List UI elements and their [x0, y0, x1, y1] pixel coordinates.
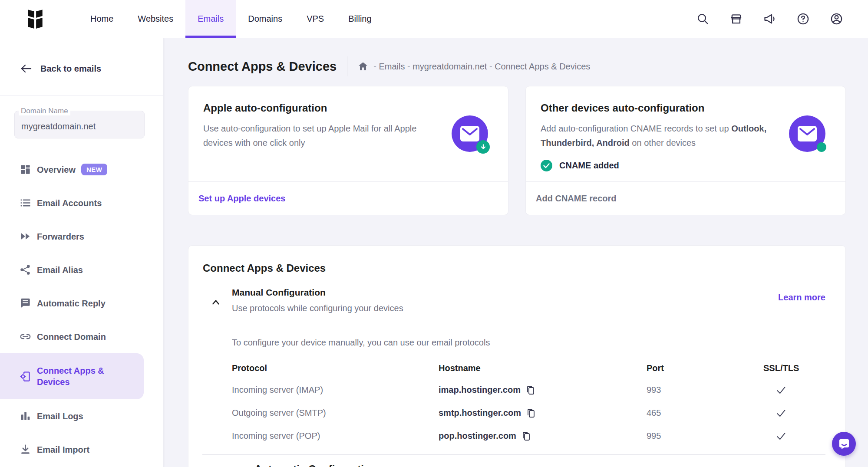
top-nav: Home Websites Emails Domains VPS Billing [0, 0, 868, 38]
envelope-icon [797, 125, 818, 142]
sidebar-divider [0, 95, 163, 96]
learn-more-link[interactable]: Learn more [778, 293, 825, 303]
sidebar-item-connect-apps-devices[interactable]: Connect Apps & Devices [0, 353, 144, 399]
search-icon[interactable] [696, 12, 710, 26]
grid-icon [20, 164, 31, 175]
section-title: Connect Apps & Devices [203, 262, 326, 274]
account-icon[interactable] [830, 12, 843, 26]
protocol-cell: Incoming server (POP) [232, 431, 439, 441]
link-icon [20, 331, 31, 342]
nav-right-icons [696, 0, 843, 38]
green-dot-badge [817, 142, 826, 152]
nav-tab-emails[interactable]: Emails [185, 0, 236, 38]
chevron-up-icon[interactable] [210, 297, 221, 308]
download-icon [20, 444, 31, 455]
sidebar-menu: Overview NEW Email Accounts Forwarders E… [0, 153, 144, 466]
store-icon[interactable] [729, 12, 743, 26]
col-port: Port [647, 363, 763, 373]
sidebar-item-label: Connect Apps & Devices [37, 365, 111, 388]
nav-tab-domains[interactable]: Domains [236, 0, 294, 38]
checkmark-icon [776, 431, 787, 442]
table-header-row: Protocol Hostname Port SSL/TLS [232, 358, 825, 378]
chat-icon [20, 297, 31, 309]
sidebar-item-connect-domain[interactable]: Connect Domain [0, 320, 144, 353]
checkmark-icon [776, 385, 787, 396]
page-header: Connect Apps & Devices - Emails - mygrea… [188, 56, 590, 76]
apple-card-title: Apple auto-configuration [203, 102, 492, 114]
nav-tab-websites[interactable]: Websites [125, 0, 185, 38]
manual-configuration-title: Manual Configuration [232, 287, 403, 298]
sidebar-item-email-alias[interactable]: Email Alias [0, 253, 144, 286]
sidebar-item-label: Email Alias [37, 264, 83, 276]
download-badge-icon [476, 140, 490, 154]
copy-icon[interactable] [526, 408, 536, 418]
automatic-configuration-title: Automatic Configuration [254, 463, 376, 467]
other-card-footer: Add CNAME record [526, 181, 845, 215]
new-badge: NEW [81, 164, 108, 175]
sidebar-item-forwarders[interactable]: Forwarders [0, 220, 144, 253]
sidebar-item-label: Connect Domain [37, 331, 106, 342]
other-card-title: Other devices auto-configuration [541, 102, 830, 114]
page-title: Connect Apps & Devices [188, 59, 337, 74]
sidebar: Back to emails Domain Name Overview NEW … [0, 38, 164, 467]
breadcrumb-text: - Emails - mygreatdomain.net - Connect A… [373, 62, 590, 72]
checkmark-icon [776, 408, 787, 419]
device-gear-icon [20, 371, 31, 382]
sidebar-item-email-logs[interactable]: Email Logs [0, 399, 144, 433]
apple-card-footer: Set up Apple devices [188, 181, 508, 215]
home-icon [358, 61, 368, 72]
chat-launcher-button[interactable] [832, 432, 856, 456]
help-icon[interactable] [796, 12, 810, 26]
hostinger-logo[interactable] [24, 8, 46, 30]
sidebar-item-label: Overview [37, 164, 76, 175]
check-circle-icon [541, 160, 552, 171]
back-to-emails-button[interactable]: Back to emails [20, 63, 101, 74]
chat-bubble-icon [838, 438, 850, 450]
manual-configuration-subtitle: Use protocols while configuring your dev… [232, 303, 403, 313]
port-cell: 995 [647, 431, 763, 441]
nav-tab-billing[interactable]: Billing [336, 0, 383, 38]
sidebar-item-automatic-reply[interactable]: Automatic Reply [0, 286, 144, 320]
sidebar-item-label: Email Logs [37, 411, 83, 422]
auto-config-cards: Apple auto-configuration Use auto-config… [188, 86, 846, 215]
envelope-icon [459, 125, 480, 142]
announcements-icon[interactable] [763, 12, 776, 26]
apple-auto-config-card: Apple auto-configuration Use auto-config… [188, 86, 508, 215]
protocols-intro-text: To configure your device manually, you c… [232, 338, 490, 348]
col-ssl: SSL/TLS [763, 363, 826, 373]
sidebar-item-email-accounts[interactable]: Email Accounts [0, 186, 144, 220]
nav-tabs: Home Websites Emails Domains VPS Billing [78, 0, 384, 38]
apple-mail-illustration [452, 115, 488, 152]
sidebar-item-label: Automatic Reply [37, 298, 106, 309]
bar-chart-icon [20, 410, 31, 422]
sidebar-item-overview[interactable]: Overview NEW [0, 153, 144, 186]
share-icon [20, 264, 31, 276]
col-hostname: Hostname [439, 363, 647, 373]
protocol-cell: Incoming server (IMAP) [232, 385, 439, 395]
nav-tab-vps[interactable]: VPS [294, 0, 336, 38]
table-row: Incoming server (POP) pop.hostinger.com … [232, 424, 825, 447]
protocols-table: Protocol Hostname Port SSL/TLS Incoming … [232, 358, 825, 447]
sidebar-item-label: Forwarders [37, 231, 84, 242]
other-mail-illustration [789, 115, 825, 152]
back-to-emails-label: Back to emails [40, 64, 101, 74]
hostname-cell: smtp.hostinger.com [439, 408, 647, 418]
table-row: Incoming server (IMAP) imap.hostinger.co… [232, 378, 825, 401]
cname-status-label: CNAME added [559, 161, 619, 171]
add-cname-record-link[interactable]: Add CNAME record [536, 194, 617, 204]
port-cell: 993 [647, 385, 763, 395]
set-up-apple-devices-link[interactable]: Set up Apple devices [198, 194, 285, 204]
other-devices-auto-config-card: Other devices auto-configuration Add aut… [525, 86, 846, 215]
breadcrumb[interactable]: - Emails - mygreatdomain.net - Connect A… [358, 61, 590, 72]
nav-tab-home[interactable]: Home [78, 0, 125, 38]
port-cell: 465 [647, 408, 763, 418]
copy-icon[interactable] [521, 431, 531, 441]
protocol-cell: Outgoing server (SMTP) [232, 408, 439, 418]
forward-icon [20, 230, 31, 242]
other-card-description: Add auto-configuration CNAME records to … [541, 122, 775, 150]
main-content: Connect Apps & Devices - Emails - mygrea… [164, 38, 868, 467]
copy-icon[interactable] [525, 385, 536, 395]
domain-name-label: Domain Name [19, 107, 70, 115]
section-divider [202, 454, 825, 455]
sidebar-item-email-import[interactable]: Email Import [0, 433, 144, 466]
